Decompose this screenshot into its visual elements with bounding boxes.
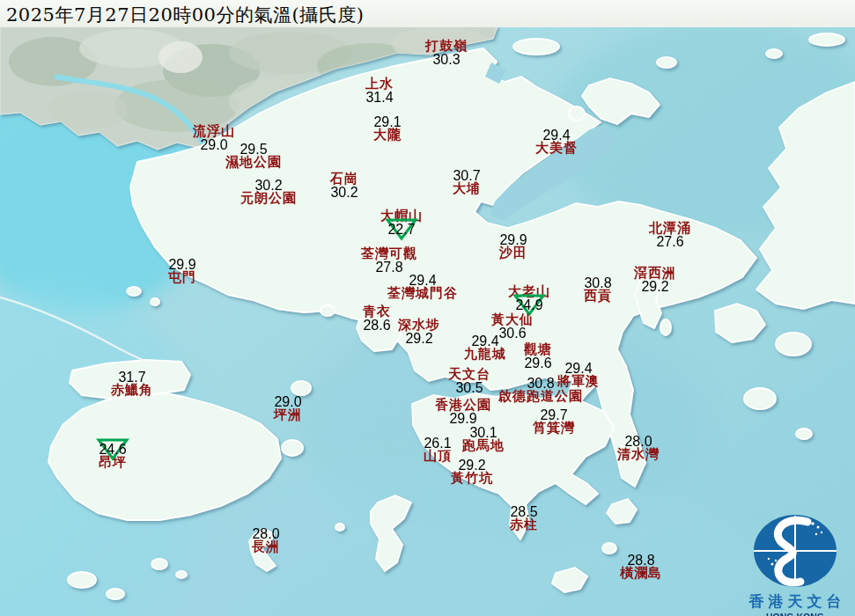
hko-logo: 香港天文台 HONG KONG OBSERVATORY [733,511,855,616]
map-title: 2025年7月27日20時00分的氣溫(攝氏度) [0,0,855,27]
hko-logo-icon [742,511,848,590]
hko-logo-chinese: 香港天文台 [733,591,855,612]
hong-kong-map [0,0,855,616]
hko-logo-english: HONG KONG OBSERVATORY [733,612,855,616]
weather-map-screen: 2025年7月27日20時00分的氣溫(攝氏度) 打鼓嶺30.3上水31.429… [0,0,855,616]
title-bar: 2025年7月27日20時00分的氣溫(攝氏度) [0,0,855,27]
